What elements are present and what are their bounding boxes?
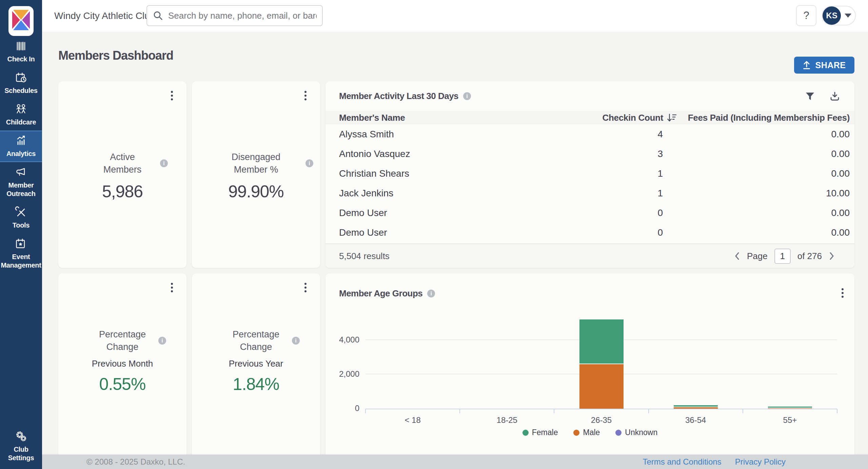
analytics-chart-icon (15, 135, 27, 147)
member-name-cell: Demo User (326, 227, 387, 238)
upload-icon (803, 61, 811, 70)
legend-label: Female (532, 428, 558, 437)
checkin-count-cell: 0 (657, 208, 663, 218)
legend-label: Male (583, 428, 600, 437)
bar-segment-female[interactable] (579, 319, 624, 364)
daxko-logo[interactable] (8, 6, 34, 36)
checkin-count-cell: 3 (657, 149, 663, 159)
bar-segment-male[interactable] (579, 364, 624, 409)
search-input[interactable] (168, 11, 317, 21)
page-number-input[interactable] (774, 249, 791, 264)
kebab-menu-icon[interactable] (303, 281, 308, 294)
column-header-name: Member's Name (339, 111, 405, 124)
legend-item-unknown[interactable]: Unknown (615, 428, 657, 437)
member-age-groups-card: Member Age Groups i 02,0004,000< 1818-25… (326, 273, 854, 469)
stat-label: Percentage Change (94, 328, 151, 354)
y-axis-tick-label: 0 (322, 404, 359, 413)
stat-sublabel: Previous Year (229, 358, 283, 369)
legend-item-female[interactable]: Female (522, 428, 558, 437)
sidebar-item-check-in[interactable]: Check In (0, 36, 42, 67)
member-name-cell: Alyssa Smith (326, 129, 394, 140)
sidebar-item-schedules[interactable]: Schedules (0, 67, 42, 99)
gears-icon (15, 430, 27, 443)
app-footer: © 2008 - 2025 Daxko, LLC. Terms and Cond… (42, 455, 868, 469)
stat-value: 1.84% (233, 374, 279, 394)
legend-item-male[interactable]: Male (573, 428, 600, 437)
legend-label: Unknown (625, 428, 657, 437)
info-icon[interactable]: i (160, 159, 168, 167)
stat-value: 0.55% (99, 374, 146, 394)
sidebar-item-tools[interactable]: Tools (0, 202, 42, 234)
fees-paid-cell: 10.00 (826, 188, 850, 199)
column-header-checkins[interactable]: Checkin Count (602, 111, 677, 124)
info-icon[interactable]: i (158, 337, 166, 345)
x-axis-tick (365, 409, 366, 413)
sidebar-item-analytics[interactable]: Analytics (0, 131, 42, 162)
bar-36-54[interactable] (674, 405, 718, 409)
kebab-menu-icon[interactable] (303, 90, 308, 102)
stat-value: 5,986 (102, 182, 143, 201)
sidebar-item-childcare[interactable]: Childcare (0, 99, 42, 131)
terms-link[interactable]: Terms and Conditions (643, 457, 722, 467)
kebab-menu-icon[interactable] (170, 90, 174, 102)
bar-55+[interactable] (768, 407, 812, 409)
global-search (146, 5, 323, 26)
search-icon (153, 10, 163, 21)
bar-26-35[interactable] (579, 319, 624, 409)
pct-change-month-card: Percentage Change i Previous Month 0.55% (58, 273, 186, 469)
info-icon[interactable]: i (427, 290, 435, 297)
bar-segment-male[interactable] (768, 408, 812, 409)
download-icon[interactable] (829, 91, 840, 102)
checkin-count-cell: 1 (657, 168, 663, 179)
privacy-link[interactable]: Privacy Policy (735, 457, 786, 467)
table-footer: 5,504 results Page of 276 (326, 243, 854, 268)
user-menu[interactable]: KS (822, 6, 856, 25)
sidebar-item-member-outreach[interactable]: Member Outreach (0, 162, 42, 202)
kebab-menu-icon[interactable] (170, 281, 174, 294)
member-name-cell: Christian Shears (326, 168, 409, 179)
copyright-text: © 2008 - 2025 Daxko, LLC. (86, 455, 185, 469)
info-icon[interactable]: i (292, 337, 300, 345)
x-axis-tick (743, 409, 743, 413)
fees-paid-cell: 0.00 (831, 227, 850, 238)
sidebar-item-label: Schedules (4, 86, 37, 95)
results-count: 5,504 results (339, 251, 390, 261)
kebab-menu-icon[interactable] (840, 287, 845, 299)
table-row: Jack Jenkins110.00 (326, 183, 854, 203)
stat-label: Active Members (92, 151, 153, 176)
x-axis-category-label: 26-35 (554, 415, 648, 425)
stat-label: Disengaged Member % (214, 151, 298, 176)
chevron-right-icon[interactable] (829, 251, 835, 261)
bar-segment-female[interactable] (768, 407, 812, 408)
info-icon[interactable]: i (305, 159, 313, 167)
column-header-label: Checkin Count (602, 113, 663, 123)
sidebar-item-label: Member Outreach (1, 181, 41, 198)
sidebar-item-club-settings[interactable]: Club Settings (0, 426, 42, 466)
avatar: KS (823, 6, 841, 25)
chevron-left-icon[interactable] (734, 251, 740, 261)
card-title: Member Activity Last 30 Days (339, 91, 458, 101)
share-button-label: SHARE (815, 60, 846, 70)
bar-segment-female[interactable] (674, 405, 718, 407)
age-groups-chart-plot: 02,0004,000< 1818-2526-3536-5455+ (366, 318, 837, 409)
disengaged-member-card: Disengaged Member % i 99.90% (192, 81, 320, 268)
filter-icon[interactable] (805, 91, 815, 102)
checkin-count-cell: 1 (657, 188, 663, 199)
stat-value: 99.90% (228, 182, 284, 201)
info-icon[interactable]: i (463, 92, 471, 100)
member-name-cell: Demo User (326, 208, 387, 218)
age-groups-legend: FemaleMaleUnknown (326, 428, 854, 437)
share-button[interactable]: SHARE (794, 57, 854, 74)
sidebar-nav: Check In Schedules (0, 36, 42, 274)
chevron-down-icon (845, 14, 851, 18)
children-icon (15, 103, 27, 115)
pagination: Page of 276 (734, 249, 835, 264)
x-axis-tick (837, 409, 837, 413)
sidebar-item-label: Analytics (6, 150, 36, 158)
checkin-count-cell: 4 (657, 129, 663, 140)
barcode-icon (15, 40, 27, 52)
bar-segment-male[interactable] (674, 407, 718, 409)
sidebar-item-event-management[interactable]: Event Management (0, 234, 42, 274)
help-button[interactable]: ? (796, 5, 816, 26)
sort-descending-icon (666, 113, 677, 122)
